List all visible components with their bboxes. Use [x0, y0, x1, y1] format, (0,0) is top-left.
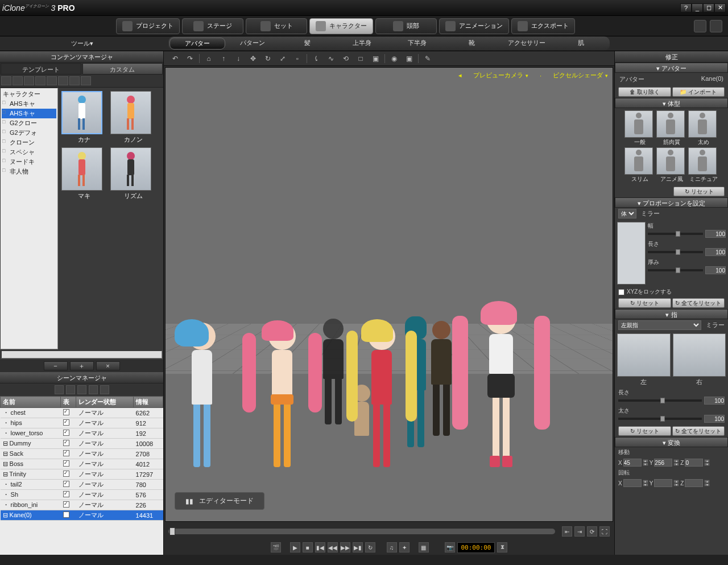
- finger-section[interactable]: 指: [615, 309, 728, 319]
- reset-button[interactable]: ↻ リセット: [618, 426, 671, 436]
- bodytype-section[interactable]: 体型: [615, 98, 728, 108]
- body-type-option[interactable]: [688, 147, 717, 175]
- slider-value-input[interactable]: [704, 415, 725, 423]
- restore-button[interactable]: ◻: [703, 3, 714, 13]
- sub-tab[interactable]: アバター: [169, 38, 225, 50]
- camera-icon[interactable]: ◉: [388, 53, 400, 64]
- tree-item[interactable]: キャラクター: [2, 89, 56, 99]
- path-icon[interactable]: ∿: [325, 53, 337, 64]
- sm-tool[interactable]: [55, 385, 64, 394]
- body-type-option[interactable]: [624, 110, 653, 138]
- move-x-input[interactable]: [623, 459, 642, 467]
- rot-y-input[interactable]: [654, 479, 672, 487]
- timeline-scrubber[interactable]: [168, 529, 555, 534]
- col-render[interactable]: レンダー状態: [76, 397, 134, 408]
- reset-button[interactable]: ↻ リセット: [618, 298, 671, 308]
- viewport-character[interactable]: [316, 319, 350, 442]
- cm-tool[interactable]: [69, 76, 80, 85]
- expand-icon[interactable]: ⛶: [599, 526, 610, 537]
- cm-tool[interactable]: [35, 76, 46, 85]
- slider[interactable]: [648, 251, 703, 253]
- sub-tab[interactable]: 髪: [280, 38, 335, 50]
- forward-button[interactable]: ▶▶: [340, 542, 350, 552]
- viewport-3d[interactable]: ◂ プレビューカメラ · ピクセルシェーダ: [165, 67, 613, 522]
- table-row[interactable]: ・ lower_torsoノーマル192: [1, 428, 163, 439]
- cm-tool[interactable]: [58, 76, 68, 85]
- sub-tab[interactable]: 靴: [444, 38, 499, 50]
- table-row[interactable]: ・ Shノーマル576: [1, 490, 163, 500]
- main-tab[interactable]: セット: [246, 18, 307, 34]
- thumbnail[interactable]: [110, 91, 151, 134]
- table-row[interactable]: ・ hipsノーマル912: [1, 418, 163, 428]
- home-icon[interactable]: ⌂: [203, 53, 214, 64]
- down-icon[interactable]: ↓: [233, 53, 244, 64]
- content-action-button[interactable]: −: [44, 361, 68, 370]
- sm-tool[interactable]: [100, 385, 109, 394]
- table-row[interactable]: ⊟ Dummyノーマル10008: [1, 439, 163, 449]
- body-type-option[interactable]: [624, 147, 653, 175]
- minimize-button[interactable]: _: [692, 3, 703, 13]
- close-button[interactable]: ✕: [714, 3, 726, 13]
- slider-value-input[interactable]: [704, 397, 725, 405]
- proportion-section[interactable]: プロポーションを設定: [615, 197, 728, 208]
- tree-item[interactable]: AHSキャ: [2, 99, 56, 109]
- camera-icon[interactable]: 📷: [445, 542, 455, 552]
- main-tab[interactable]: キャラクター: [309, 18, 373, 34]
- settings-icon[interactable]: [710, 20, 722, 32]
- proportion-part-select[interactable]: 体: [618, 209, 636, 218]
- move-y-input[interactable]: [654, 459, 672, 467]
- step-back-icon[interactable]: ⇤: [562, 526, 572, 537]
- shader-dropdown[interactable]: ピクセルシェーダ: [553, 71, 608, 80]
- body-type-option[interactable]: [688, 110, 717, 138]
- slider[interactable]: [648, 269, 703, 271]
- rot-x-input[interactable]: [623, 479, 642, 487]
- cm-tab[interactable]: カスタム: [82, 63, 163, 75]
- reset-all-button[interactable]: ↻ 全てをリセット: [672, 426, 725, 436]
- clapper-icon[interactable]: 🎬: [271, 542, 281, 552]
- play-button[interactable]: ▶: [290, 542, 300, 552]
- table-row[interactable]: ⊟ Bossノーマル4012: [1, 459, 163, 469]
- redo-icon[interactable]: ↷: [184, 53, 196, 64]
- step-fwd-icon[interactable]: ⇥: [574, 526, 585, 537]
- link-icon[interactable]: ⟲: [340, 53, 351, 64]
- viewport-character[interactable]: [177, 323, 227, 467]
- rewind-button[interactable]: ◀◀: [328, 542, 338, 552]
- table-row[interactable]: ・ tail2ノーマル780: [1, 480, 163, 490]
- thumbnail[interactable]: [61, 91, 102, 134]
- transform-section[interactable]: 変換: [615, 437, 728, 447]
- cm-tool[interactable]: [24, 76, 34, 85]
- slider[interactable]: [618, 399, 702, 402]
- slider-value-input[interactable]: [705, 266, 726, 274]
- reset-all-button[interactable]: ↻ 全てをリセット: [672, 298, 725, 308]
- up-icon[interactable]: ↑: [218, 53, 229, 64]
- table-row[interactable]: ⊟ Trinityノーマル17297: [1, 469, 163, 480]
- rot-z-input[interactable]: [685, 479, 703, 487]
- layout-icon[interactable]: ▦: [419, 542, 429, 552]
- col-info[interactable]: 情報: [134, 397, 163, 408]
- sub-tab[interactable]: 肌: [554, 38, 609, 50]
- cm-tool[interactable]: [13, 76, 23, 85]
- stop-button[interactable]: ■: [303, 542, 313, 552]
- rotate-icon[interactable]: ↻: [262, 53, 274, 64]
- pick-icon[interactable]: ⤹: [311, 53, 322, 64]
- tree-item[interactable]: クローン: [2, 138, 56, 147]
- viewport-character[interactable]: [254, 323, 311, 467]
- sm-tool[interactable]: [89, 385, 98, 394]
- last-frame-button[interactable]: ▶▮: [353, 542, 363, 552]
- avatar-section[interactable]: アバター: [615, 63, 728, 73]
- thumbnail[interactable]: [61, 147, 102, 191]
- time-toggle-icon[interactable]: ⧗: [497, 542, 507, 552]
- cm-tool[interactable]: [81, 76, 91, 85]
- sub-tab[interactable]: パターン: [225, 38, 280, 50]
- table-row[interactable]: ・ ribbon_iniノーマル226: [1, 500, 163, 510]
- tree-item[interactable]: G2クロー: [2, 118, 56, 128]
- move-icon[interactable]: ✥: [247, 53, 259, 64]
- reset-button[interactable]: ↻ リセット: [673, 187, 725, 196]
- table-row[interactable]: ⊟ Kane(0)ノーマル14431: [1, 510, 163, 521]
- left-hand-preview[interactable]: [617, 333, 671, 377]
- body-type-option[interactable]: [656, 147, 685, 175]
- xyz-lock-checkbox[interactable]: [618, 289, 624, 295]
- mannequin-preview[interactable]: [617, 222, 646, 284]
- content-action-button[interactable]: ×: [96, 361, 120, 370]
- loop-icon[interactable]: ⟳: [587, 526, 597, 537]
